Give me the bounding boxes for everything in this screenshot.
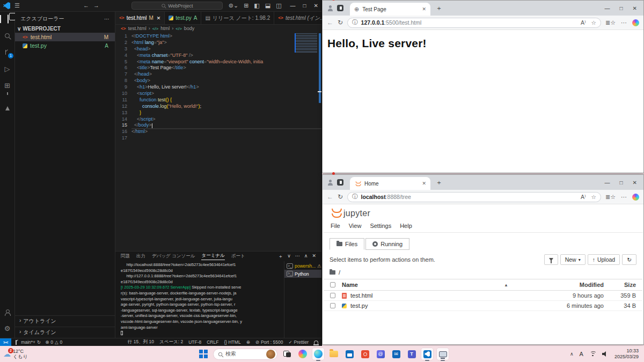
cursor-position-status[interactable]: 行 15、列 10	[128, 339, 154, 345]
encoding-status[interactable]: UTF-8	[188, 339, 201, 345]
git-branch-status[interactable]: main*+↻	[16, 339, 41, 345]
menu-file[interactable]: File	[331, 223, 340, 229]
workspace-folder-header[interactable]: ∨ WEBPROJECT	[15, 25, 115, 33]
window-minimize-button[interactable]: —	[290, 3, 296, 9]
explorer-file-test-py[interactable]: test.py A	[15, 41, 115, 50]
site-info-icon[interactable]: ⓘ	[352, 193, 358, 201]
wifi-icon[interactable]	[589, 351, 596, 357]
record-app-taskbar-icon[interactable]	[359, 348, 371, 360]
overview-ruler[interactable]	[319, 33, 321, 103]
favorite-star-icon[interactable]: ☆	[591, 19, 596, 26]
file-name[interactable]: test.py	[350, 302, 368, 309]
filter-button[interactable]	[544, 254, 558, 265]
history-back-icon[interactable]: ←	[83, 3, 89, 9]
copilot-icon[interactable]	[632, 194, 639, 201]
weather-widget[interactable]: ☁2 12°Cくもり	[0, 349, 28, 360]
menu-hamburger-icon[interactable]: ☰	[14, 3, 20, 9]
terminal-output[interactable]: http://localhost:8888/tree?token=2dd5273…	[115, 261, 284, 338]
favorites-hub-icon[interactable]: ≣☆	[605, 19, 616, 26]
search-highlight-image[interactable]	[266, 350, 275, 359]
toggle-sidebar-icon[interactable]: ◧	[254, 3, 259, 9]
browser-settings-icon[interactable]: ⋯	[621, 19, 627, 26]
window-close-button[interactable]: ✕	[314, 3, 318, 9]
row-checkbox[interactable]	[330, 293, 335, 298]
task-view-button[interactable]	[281, 348, 293, 360]
jupyter-tab-running[interactable]: Running	[365, 238, 409, 250]
copilot-taskbar-icon[interactable]	[297, 348, 309, 360]
panel-tab-ports[interactable]: ポート	[231, 253, 245, 260]
tab-test-py[interactable]: test.py A	[165, 12, 201, 24]
terminal-session-powershell[interactable]: >_ powersh... ⚠	[284, 262, 321, 270]
notifications-bell-icon[interactable]	[314, 341, 318, 344]
outline-section[interactable]: › アウトライン	[15, 315, 115, 327]
tab-release-notes[interactable]: ▤ リリース ノート: 1.98.2	[201, 12, 274, 24]
header-modified[interactable]: Modified	[539, 282, 604, 288]
panel-close-icon[interactable]: ✕	[312, 253, 316, 260]
language-mode-status[interactable]: {} HTML	[224, 339, 240, 345]
live-server-broadcast-icon[interactable]: ⊕	[246, 339, 250, 345]
refresh-list-button[interactable]: ↻	[622, 254, 636, 265]
tab-actions-icon[interactable]	[337, 5, 343, 11]
new-tab-button[interactable]: ＋	[436, 4, 442, 13]
volume-icon[interactable]	[602, 351, 609, 357]
live-server-port-status[interactable]: ⊘Port : 5500	[255, 339, 283, 345]
read-aloud-icon[interactable]: A⁾	[581, 19, 586, 26]
header-name[interactable]: Name	[342, 282, 358, 288]
copilot-menu-icon[interactable]: ⊜⌄	[229, 3, 238, 9]
window-close-button[interactable]: ✕	[633, 5, 637, 11]
table-row[interactable]: test.html 9 hours ago 359 B	[324, 291, 642, 301]
menu-view[interactable]: View	[349, 223, 362, 229]
microsoft-store-taskbar-icon[interactable]	[343, 348, 355, 360]
minimap[interactable]	[295, 33, 317, 53]
site-info-icon[interactable]: ⓘ	[352, 19, 358, 26]
pc-app-taskbar-icon[interactable]	[437, 348, 449, 360]
testing-view-icon[interactable]	[0, 98, 14, 106]
table-row[interactable]: test.py 6 minutes ago 34 B	[324, 301, 642, 311]
outlook-taskbar-icon[interactable]: ✉	[390, 348, 402, 360]
taskbar-search[interactable]: 検索	[213, 349, 277, 360]
window-maximize-button[interactable]: □	[620, 180, 623, 186]
remote-indicator[interactable]: ><	[0, 338, 11, 346]
back-icon[interactable]: ←	[327, 19, 333, 26]
back-icon[interactable]: ←	[327, 193, 333, 201]
explorer-view-icon[interactable]	[0, 15, 14, 23]
new-button[interactable]: New▾	[560, 254, 586, 265]
browser-profile-icon[interactable]	[327, 179, 334, 186]
new-tab-button[interactable]: ＋	[436, 178, 442, 187]
ime-indicator[interactable]: A	[580, 351, 583, 357]
copilot-icon[interactable]	[632, 19, 639, 26]
window-close-button[interactable]: ✕	[633, 180, 637, 186]
favorite-star-icon[interactable]: ☆	[591, 194, 596, 200]
address-bar[interactable]: ⓘ localhost:8888/tree A⁾ ☆	[347, 192, 601, 202]
tab-close-icon[interactable]: ✕	[422, 181, 426, 186]
customize-layout-icon[interactable]: ⊞	[244, 3, 248, 9]
window-minimize-button[interactable]: —	[605, 180, 610, 186]
breadcrumb[interactable]: <> test.html › </> html › </> body	[115, 25, 321, 32]
panel-more-icon[interactable]: ⋯	[295, 253, 300, 260]
tab-test-html-index-diff[interactable]: <> test.html (イン...	[274, 12, 328, 24]
window-minimize-button[interactable]: —	[605, 5, 610, 11]
panel-maximize-icon[interactable]: ∧	[304, 253, 308, 260]
read-aloud-icon[interactable]: A⁾	[581, 194, 586, 200]
toggle-secondary-sidebar-icon[interactable]: ◫	[276, 3, 281, 9]
upload-button[interactable]: ↑Upload	[588, 254, 620, 265]
search-view-icon[interactable]	[0, 32, 14, 40]
code-editor[interactable]: 1234567891011121314151617 <!DOCTYPE html…	[115, 32, 321, 251]
row-checkbox[interactable]	[330, 303, 335, 308]
tab-test-html[interactable]: <> test.html M ✕	[115, 12, 165, 24]
prettier-status[interactable]: ✓Prettier	[288, 339, 309, 345]
start-button[interactable]	[197, 348, 209, 360]
address-bar[interactable]: ⓘ 127.0.0.1:5500/test.html A⁾ ☆	[347, 18, 601, 28]
indentation-status[interactable]: スペース: 2	[159, 339, 183, 345]
edge-taskbar-icon[interactable]	[312, 348, 324, 360]
menu-settings[interactable]: Settings	[370, 223, 391, 229]
settings-gear-icon[interactable]: ⚙	[0, 324, 14, 333]
clock[interactable]: 10:33 2025/03/29	[614, 348, 639, 360]
panel-tab-terminal[interactable]: ターミナル	[201, 253, 224, 260]
file-name[interactable]: test.html	[350, 292, 373, 299]
explorer-file-test-html[interactable]: <> test.html M	[15, 33, 115, 41]
problems-status[interactable]: ⊗0△0	[45, 339, 62, 345]
tab-close-icon[interactable]: ✕	[422, 6, 426, 12]
favorites-hub-icon[interactable]: ≣☆	[605, 194, 616, 201]
refresh-icon[interactable]: ↻	[338, 19, 343, 26]
